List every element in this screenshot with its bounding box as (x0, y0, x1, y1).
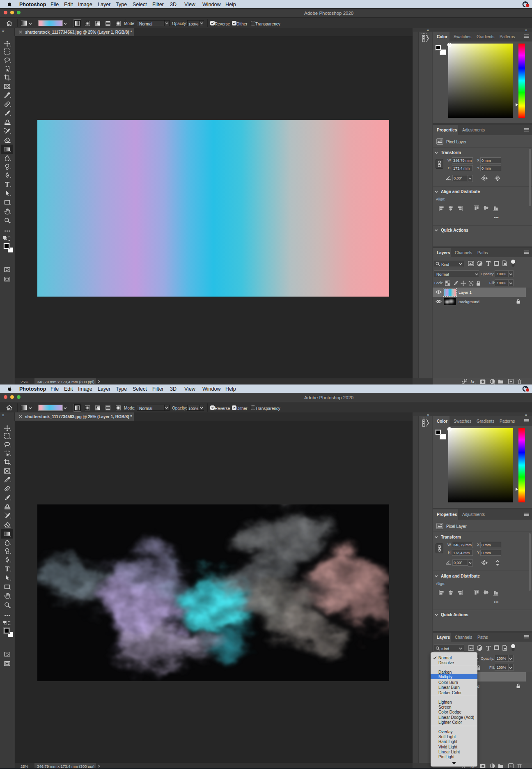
svg-text:fx: fx (470, 379, 475, 384)
